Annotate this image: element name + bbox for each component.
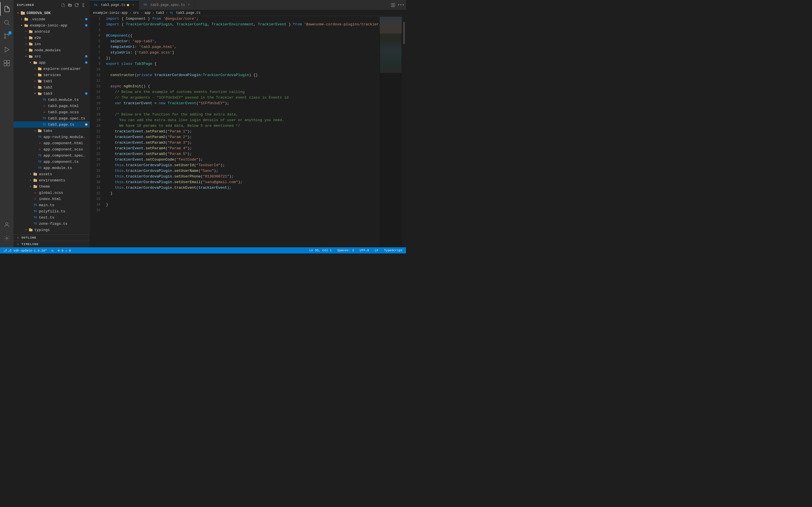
tree-item-tab3-html[interactable]: › ◇ tab3.page.html [13,103,90,109]
tree-item-android[interactable]: › android [13,29,90,35]
tree-item-tab3-spec[interactable]: › TS tab3.page.spec.ts [13,115,90,121]
folder-icon [37,85,42,90]
run-activity-icon[interactable] [0,43,13,56]
tree-item-app-component-html[interactable]: › ◇ app.component.html [13,140,90,146]
ts-icon: TS [33,209,38,214]
tree-item-tab1[interactable]: › tab1 [13,78,90,84]
tree-item-main-ts[interactable]: › TS main.ts [13,202,90,208]
tree-item-test-ts[interactable]: › TS test.ts [13,214,90,221]
tree-item-app-component-spec[interactable]: › TS app.component.spec.ts [13,152,90,159]
breadcrumb-part-3[interactable]: app [144,11,151,15]
code-line: templateUrl: 'tab3.page.html', [106,44,379,50]
ts-icon: TS [33,215,38,220]
tree-item-tab3-module[interactable]: › TS tab3.module.ts [13,97,90,103]
tree-item-environments[interactable]: › environments [13,177,90,183]
tree-item-tab3[interactable]: ▾ tab3 [13,91,90,97]
code-line: } [106,202,379,208]
status-right: Ln 35, Col 1 Spaces: 2 UTF-8 LF TypeScri… [308,247,404,253]
outline-header[interactable]: › OUTLINE [13,235,90,241]
html-icon: ◇ [33,196,38,202]
tree-label: main.ts [39,203,87,207]
tree-item-app-component-ts[interactable]: › TS app.component.ts [13,159,90,165]
timeline-header[interactable]: › TIMELINE [13,241,90,247]
folder-open-icon [28,54,33,59]
tree-item-app-component-scss[interactable]: › ◇ app.component.scss [13,146,90,152]
tree-item-app[interactable]: ▾ app [13,59,90,66]
collapse-all-icon[interactable] [81,2,86,8]
minimap[interactable] [379,16,402,247]
svg-line-1 [8,24,10,25]
tree-arrow: › [28,172,33,176]
tree-item-app-routing[interactable]: › TS app-routing.module.ts [13,134,90,140]
split-editor-icon[interactable] [390,2,396,8]
eol-status[interactable]: LF [373,247,379,253]
scrollbar-thumb[interactable] [403,22,405,44]
tab-tab3-ts[interactable]: TS tab3.page.ts × [90,0,139,10]
tree-item-tab3-ts[interactable]: › TS tab3.page.ts [13,121,90,128]
spaces-status[interactable]: Spaces: 2 [336,247,355,253]
line-number: 13 [90,83,100,89]
tree-item-services[interactable]: › services [13,72,90,78]
tree-item-node-modules[interactable]: › node_modules [13,47,90,53]
code-area[interactable]: import { Component } from '@angular/core… [104,16,379,247]
encoding-status[interactable]: UTF-8 [359,247,370,253]
code-line: } [106,191,379,196]
tree-item-e2e[interactable]: › e2e [13,35,90,41]
source-control-activity-icon[interactable]: 3 [0,29,13,43]
errors-status[interactable]: ⊗ 0 ⚠ 0 [57,247,72,253]
new-folder-icon[interactable] [67,2,73,8]
tab-close-button[interactable]: × [131,3,135,7]
more-actions-icon[interactable]: ••• [398,2,404,8]
line-number: 17 [90,106,100,112]
tab-tab3-spec[interactable]: TS tab3.page.spec.ts × [139,0,195,10]
tree-item-tabs[interactable]: › tabs [13,128,90,134]
new-file-icon[interactable] [60,2,66,8]
code-line [106,208,379,213]
branch-icon: ⎇ [3,249,7,252]
search-activity-icon[interactable] [0,16,13,29]
tree-arrow: › [28,184,33,189]
tree-item-theme[interactable]: › theme [13,183,90,189]
tree-item-index-html[interactable]: › ◇ index.html [13,196,90,202]
extensions-activity-icon[interactable] [0,56,13,70]
tree-item-tab2[interactable]: › tab2 [13,84,90,91]
branch-status[interactable]: ⎇ ⎇ sdk-update-1.6.29* [2,247,48,253]
breadcrumb-part-4[interactable]: tab3 [156,11,164,15]
spaces-label: Spaces: 2 [337,249,354,252]
tree-item-zone-flags[interactable]: › TS zone-flags.ts [13,221,90,227]
tree-item-tab3-scss[interactable]: › ◇ tab3.page.scss [13,109,90,115]
settings-activity-icon[interactable] [0,231,13,245]
tree-item-typings[interactable]: › typings [13,227,90,233]
tree-label: test.ts [39,216,87,220]
breadcrumb-part-5[interactable]: TS tab3.page.ts [169,11,200,15]
tree-item-vscode[interactable]: › .vscode [13,16,90,22]
tab-close-button[interactable]: × [187,3,191,7]
tree-item-global-scss[interactable]: › ◇ global.scss [13,189,90,196]
tree-item-cordova-sdk[interactable]: ▾ CORDOVA_SDK [13,10,90,16]
breadcrumb-part-1[interactable]: example-ionic-app [93,11,128,15]
tree-item-polyfills-ts[interactable]: › TS polyfills.ts [13,208,90,214]
line-number: 23 [90,140,100,146]
editor-scrollbar[interactable] [402,16,406,247]
position-status[interactable]: Ln 35, Col 1 [308,247,333,253]
tree-item-ios[interactable]: › ios [13,41,90,47]
tree-item-src[interactable]: ▾ src [13,53,90,59]
tab-ts-icon: TS [93,3,98,8]
activity-bar: 3 [0,0,13,247]
account-activity-icon[interactable] [0,218,13,231]
code-line: this.trackierCordovaPlugin.setUserPhone(… [106,174,379,179]
refresh-icon[interactable] [74,2,80,8]
sync-status[interactable]: ↻ [50,247,54,253]
folder-icon [24,17,29,22]
language-status[interactable]: TypeScript [383,247,404,253]
errors-label: ⊗ 0 ⚠ 0 [58,249,71,252]
tree-item-assets[interactable]: › assets [13,171,90,177]
tree-arrow: › [24,29,28,34]
files-activity-icon[interactable] [0,2,13,16]
tree-item-app-module[interactable]: › TS app.module.ts [13,165,90,171]
tree-item-example-ionic-app[interactable]: ▾ example-ionic-app [13,22,90,29]
sync-icon: ↻ [51,249,53,252]
folder-icon [28,48,33,53]
breadcrumb-part-2[interactable]: src [133,11,139,15]
tree-item-explore-container[interactable]: › explore-container [13,66,90,72]
